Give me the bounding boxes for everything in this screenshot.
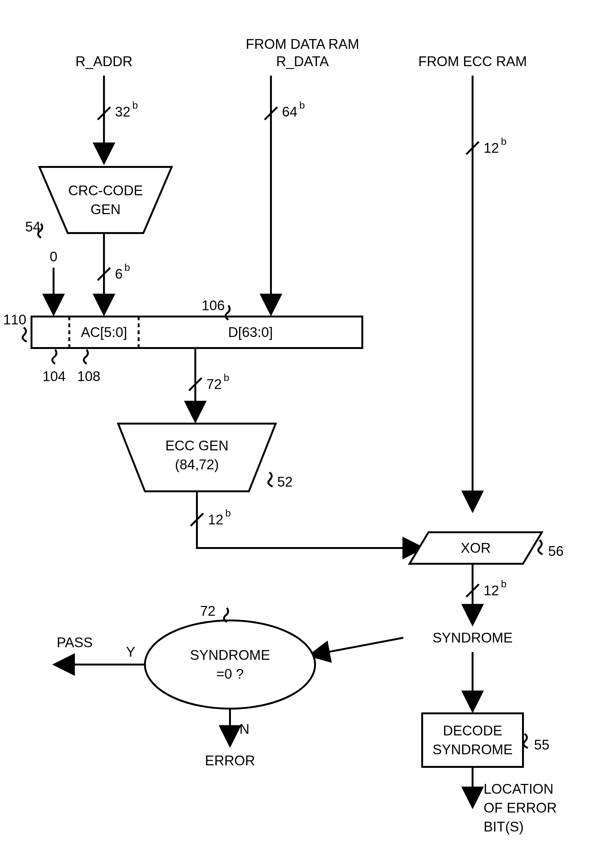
block-decode bbox=[422, 714, 523, 767]
no-label: N bbox=[240, 721, 249, 737]
bus-6-unit: b bbox=[124, 262, 130, 273]
bus-32: 32 bbox=[115, 104, 130, 119]
pass-label: PASS bbox=[57, 635, 93, 650]
bus-12-syn: 12 bbox=[484, 583, 499, 598]
ref-72: 72 bbox=[200, 603, 215, 619]
bus-12-top-unit: b bbox=[501, 136, 507, 147]
zero-label: 0 bbox=[50, 249, 57, 264]
bus-12-ecc: 12 bbox=[208, 512, 223, 527]
ref-52: 52 bbox=[277, 474, 293, 490]
ref-56: 56 bbox=[548, 543, 564, 559]
error-label: ERROR bbox=[205, 753, 255, 768]
bus-32-unit: b bbox=[132, 99, 138, 111]
bus-12-top: 12 bbox=[484, 140, 499, 156]
bus-6: 6 bbox=[115, 266, 122, 281]
loc-l1: LOCATION bbox=[484, 781, 554, 797]
squiggle-110 bbox=[23, 327, 27, 342]
squiggle-56 bbox=[538, 540, 543, 554]
ref-106: 106 bbox=[202, 298, 225, 313]
ecc-line2: (84,72) bbox=[175, 457, 219, 472]
squiggle-52 bbox=[268, 473, 272, 487]
loc-l3: BIT(S) bbox=[484, 819, 524, 834]
squiggle-104 bbox=[52, 350, 56, 364]
decode-l1: DECODE bbox=[443, 723, 502, 738]
arrow-ecc-out bbox=[197, 491, 421, 548]
decision-l2: =0 ? bbox=[216, 666, 244, 681]
ecc-line1: ECC GEN bbox=[165, 438, 229, 453]
decision-l1: SYNDROME bbox=[190, 647, 270, 663]
label-from-ecc-ram: FROM ECC RAM bbox=[418, 54, 527, 69]
bus-12-ecc-unit: b bbox=[225, 507, 231, 519]
ref-104: 104 bbox=[43, 369, 65, 384]
bus-72: 72 bbox=[206, 376, 222, 392]
ref-55: 55 bbox=[534, 737, 549, 752]
bus-12-syn-unit: b bbox=[501, 578, 507, 590]
crc-line1: CRC-CODE bbox=[68, 183, 143, 198]
block-decision bbox=[145, 621, 315, 709]
reg-d: D[63:0] bbox=[228, 324, 273, 340]
bus-64-unit: b bbox=[299, 99, 305, 111]
xor-label: XOR bbox=[461, 540, 490, 556]
block-crc-code-gen bbox=[39, 167, 172, 233]
ref-110: 110 bbox=[3, 312, 26, 327]
bus-64: 64 bbox=[282, 104, 297, 119]
squiggle-108 bbox=[84, 350, 88, 364]
syndrome-label: SYNDROME bbox=[433, 630, 513, 645]
squiggle-55 bbox=[524, 734, 528, 748]
arrow-syndrome-to-decision bbox=[312, 638, 403, 655]
ref-108: 108 bbox=[77, 369, 100, 384]
yes-label: Y bbox=[126, 644, 135, 659]
label-from-data-ram: FROM DATA RAM bbox=[246, 36, 359, 52]
loc-l2: OF ERROR bbox=[484, 800, 557, 815]
label-r-addr: R_ADDR bbox=[76, 54, 133, 69]
reg-ac: AC[5:0] bbox=[81, 324, 127, 340]
crc-line2: GEN bbox=[90, 202, 121, 217]
decode-l2: SYNDROME bbox=[433, 742, 513, 757]
bus-72-unit: b bbox=[224, 372, 229, 383]
label-r-data: R_DATA bbox=[276, 54, 329, 69]
